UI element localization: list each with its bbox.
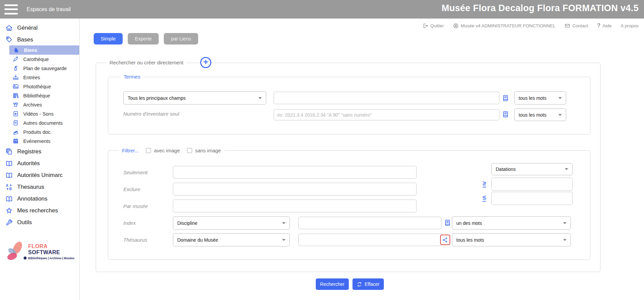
sidebar-item-autres-documents[interactable]: Autres documents [9,118,79,127]
chevron-down-icon [563,239,566,241]
sidebar: Général Bases ♞ Biens Carothèque Plan de… [0,19,80,300]
inventory-match-select[interactable]: tous les mots [514,109,566,121]
translate-icon: AB [5,183,13,191]
chevron-down-icon [282,222,285,224]
a-propos-link[interactable]: A propos [621,23,639,28]
lte-symbol[interactable]: ≤ [483,194,486,202]
aide-link[interactable]: ? Aide [597,23,612,29]
image-icon [12,83,19,90]
sidebar-item-carotheque[interactable]: Carothèque [9,55,79,64]
chevron-down-icon [558,97,562,99]
seulement-label: Seulement [123,170,148,175]
sidebar-item-plan-de-sauvegarde[interactable]: Plan de sauvegarde [9,64,79,73]
person-circle-icon [453,23,459,29]
par-musee-input[interactable] [173,200,417,212]
chevron-down-icon [282,239,285,241]
tab-experte[interactable]: Experte [128,33,159,44]
exit-icon [423,23,428,29]
user-account-link[interactable]: Musée v4 ADMINISTRATEUR FONCTIONNEL [453,23,555,29]
chevron-down-icon [258,97,262,99]
avec-image-label: avec image [154,148,180,153]
sidebar-item-archives[interactable]: Archives [9,100,79,109]
create-plus-button[interactable]: + [200,57,211,68]
video-file-icon [12,111,19,117]
envelope-icon [564,23,570,29]
quitter-link[interactable]: Quitter [423,23,444,29]
open-book-icon [5,195,13,203]
tab-simple[interactable]: Simple [94,33,123,44]
effacer-button[interactable]: Effacer [352,278,384,290]
sidebar-item-outils[interactable]: Outils [0,216,79,228]
thesaurus-tree-button[interactable] [440,235,450,245]
tab-par-liens[interactable]: par Liens [164,33,198,44]
sidebar-item-general[interactable]: Général [0,22,79,34]
index-book-icon[interactable] [502,111,509,118]
sans-image-checkbox[interactable] [187,148,192,153]
svg-text:A: A [6,184,8,187]
search-mode-tabs: Simple Experte par Liens [94,33,198,44]
thesaurus-match-select[interactable]: tous les mots [452,233,571,246]
index-book-icon[interactable] [502,94,509,102]
sidebar-item-bibliotheque[interactable]: Bibliothèque [9,91,79,100]
sidebar-item-annotations[interactable]: Annotations [0,193,79,205]
open-book-icon [5,172,13,179]
thesaurus-field-select[interactable]: Domaine du Musée [173,233,290,246]
chevron-down-icon [558,114,562,116]
filter-legend: Filtrer... [122,148,139,153]
app-title: Musée Flora Decalog Flora FORMATION v4.5 [441,3,639,13]
flora-butterfly-icon [3,239,27,264]
datation-max-input[interactable] [491,192,573,205]
document-icon [12,120,19,126]
sidebar-item-autorites-unimarc[interactable]: Autorités Unimarc [0,169,79,181]
index-match-select[interactable]: un des mots [452,216,571,230]
index-value-input[interactable] [298,217,441,229]
thesaurus-value-input[interactable] [298,234,442,246]
main-search-input[interactable] [274,92,499,104]
datation-min-input[interactable] [491,178,573,191]
inventory-label: Numéro d'inventaire seul [123,111,179,117]
sidebar-item-produits-doc[interactable]: Produits doc. [9,127,79,137]
seulement-input[interactable] [173,166,417,179]
sidebar-item-registres[interactable]: Registres [0,146,79,157]
chess-knight-icon: ♞ [13,47,20,53]
house-icon [5,24,13,32]
avec-image-checkbox[interactable] [146,148,151,153]
thesaurus-label: Thésaurus [123,237,147,243]
open-book-icon [5,160,13,167]
sidebar-item-phototheque[interactable]: Photothèque [9,82,79,91]
logo-brand-software: SOFTWARE [28,249,60,255]
workspace-label: Espaces de travail [27,6,71,12]
rechercher-button[interactable]: Rechercher [316,278,349,290]
field-scope-select[interactable]: Tous les principaux champs [123,91,266,104]
index-book-icon[interactable] [444,219,451,227]
index-label: Index [123,220,136,226]
logo-tagline: Bibliothèques | Archives | Musées [28,257,74,260]
sidebar-item-biens[interactable]: ♞ Biens [9,46,79,55]
sidebar-item-autorites[interactable]: Autorités [0,157,79,169]
inventory-input[interactable] [274,109,499,120]
sidebar-item-bases[interactable]: Bases [0,34,79,46]
hamburger-menu-icon[interactable] [4,4,18,14]
main-match-select[interactable]: tous les mots [514,91,566,104]
contact-link[interactable]: Contact [564,23,588,29]
filter-legend-row: Filtrer... avec image sans image [119,146,224,154]
sidebar-item-videos-sons[interactable]: Vidéos - Sons [9,109,79,118]
index-field-select[interactable]: Discipline [173,216,290,230]
archive-box-icon [12,101,19,108]
sidebar-item-evenements[interactable]: Evènements [9,137,79,146]
userbar: Quitter Musée v4 ADMINISTRATEUR FONCTION… [423,23,639,29]
flora-app-window: Espaces de travail Musée Flora Decalog F… [0,0,644,300]
datations-select[interactable]: Datations [491,163,573,175]
sidebar-item-mes-recherches[interactable]: Mes recherches [0,205,79,216]
share-nodes-icon [442,237,448,243]
termes-legend: Termes [121,74,143,80]
svg-text:B: B [9,187,11,191]
registers-icon [5,148,13,155]
gte-symbol[interactable]: ≥ [483,180,486,187]
exclure-label: Exclure [123,186,140,192]
search-panel-legend: Rechercher ou créer directement [106,60,186,65]
exclure-input[interactable] [173,183,417,196]
sidebar-item-entrees[interactable]: Entrées [9,73,79,82]
paper-stack-icon [12,129,19,135]
sidebar-item-thesaurus[interactable]: AB Thesaurus [0,181,79,193]
